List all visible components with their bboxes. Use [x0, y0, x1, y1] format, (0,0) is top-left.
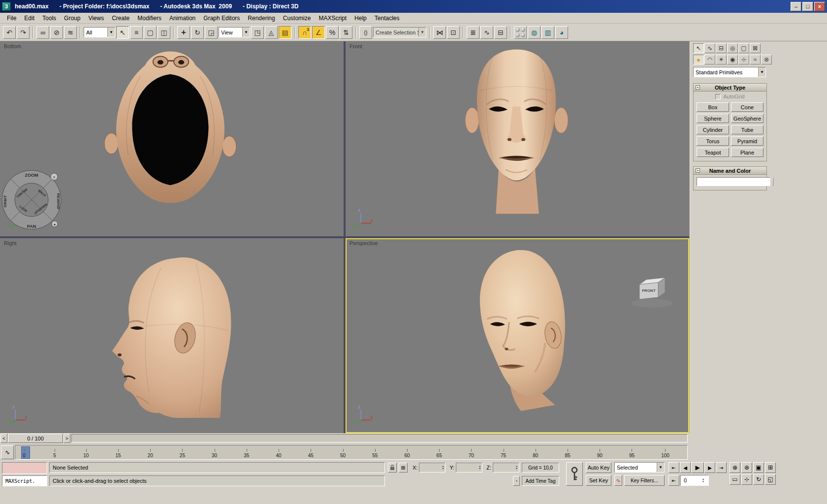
- pan-icon[interactable]: ⊹: [741, 474, 752, 485]
- head-model-front-view[interactable]: [456, 45, 577, 215]
- chevron-down-icon[interactable]: ▼: [418, 28, 426, 37]
- select-by-name-icon[interactable]: ≡: [130, 26, 143, 39]
- key-mode-toggle-button[interactable]: ⇤: [668, 475, 679, 486]
- angle-snap-toggle-icon[interactable]: ∠: [312, 26, 325, 39]
- absolute-offset-toggle[interactable]: ⊞: [399, 463, 408, 472]
- select-and-link-icon[interactable]: ∞: [36, 26, 49, 39]
- menu-tentacles[interactable]: Tentacles: [371, 14, 404, 23]
- window-crossing-icon[interactable]: ◫: [158, 26, 170, 39]
- wheel-menu-icon[interactable]: ▾: [54, 222, 56, 227]
- x-coordinate-field[interactable]: ▲▼: [419, 463, 445, 472]
- menu-graph-editors[interactable]: Graph Editors: [199, 14, 244, 23]
- y-coordinate-field[interactable]: ▲▼: [456, 463, 482, 472]
- edit-named-selection-sets-icon[interactable]: {}: [359, 26, 372, 39]
- tab-modify-icon[interactable]: ∿: [704, 43, 715, 53]
- rendered-frame-window-icon[interactable]: ▥: [541, 26, 554, 39]
- chevron-down-icon[interactable]: ▼: [107, 28, 115, 37]
- play-button[interactable]: ▶: [691, 462, 704, 473]
- menu-modifiers[interactable]: Modifiers: [133, 14, 165, 23]
- category-spacewarps-icon[interactable]: ≈: [750, 55, 761, 64]
- steering-wheel[interactable]: ZOOM ORBIT REWIND PAN CENTER WALK LOOK U…: [0, 168, 63, 231]
- go-to-end-button[interactable]: ⇥: [716, 462, 727, 473]
- menu-create[interactable]: Create: [108, 14, 133, 23]
- reference-coordinate-dropdown[interactable]: View ▼: [219, 27, 250, 37]
- previous-frame-arrow[interactable]: <: [0, 434, 7, 443]
- tab-utilities-icon[interactable]: ⊠: [750, 43, 761, 53]
- undo-icon[interactable]: ↶: [3, 26, 16, 39]
- add-time-tag[interactable]: Add Time Tag: [522, 476, 559, 486]
- zoom-extents-icon[interactable]: ▣: [753, 462, 764, 473]
- auto-key-button[interactable]: Auto Key: [586, 462, 611, 473]
- zoom-all-icon[interactable]: ⊛: [741, 462, 752, 473]
- keyboard-shortcut-override-icon[interactable]: ▤: [279, 26, 291, 39]
- head-model-perspective-view[interactable]: [459, 246, 584, 411]
- object-color-swatch[interactable]: [772, 177, 773, 186]
- set-key-button[interactable]: Set Key: [586, 475, 611, 486]
- arc-rotate-icon[interactable]: ↻: [753, 474, 764, 485]
- menu-file[interactable]: File: [3, 14, 20, 23]
- next-frame-button[interactable]: ▶: [704, 462, 715, 473]
- tab-motion-icon[interactable]: ◎: [727, 43, 738, 53]
- key-filters-button[interactable]: Key Filters...: [624, 475, 665, 486]
- select-and-manipulate-icon[interactable]: ◬: [265, 26, 278, 39]
- key-selection-dropdown[interactable]: Selected ▼: [614, 462, 665, 472]
- viewport-right[interactable]: Right: [0, 238, 344, 433]
- schematic-view-icon[interactable]: ⊟: [494, 26, 507, 39]
- category-systems-icon[interactable]: ⊛: [761, 55, 772, 64]
- maximize-button[interactable]: □: [802, 2, 813, 11]
- next-frame-arrow[interactable]: >: [64, 434, 70, 443]
- object-name-input[interactable]: [697, 177, 770, 186]
- unlink-selection-icon[interactable]: ⊘: [50, 26, 63, 39]
- zoom-icon[interactable]: ⊕: [730, 462, 740, 473]
- snaps-toggle-icon[interactable]: ∩ 3: [298, 26, 311, 39]
- category-geometry-icon[interactable]: ●: [693, 55, 704, 64]
- align-icon[interactable]: ⊡: [447, 26, 460, 39]
- previous-frame-button[interactable]: ◀: [680, 462, 691, 473]
- menu-help[interactable]: Help: [350, 14, 371, 23]
- head-model-bottom-view[interactable]: [94, 46, 247, 218]
- menu-customize[interactable]: Customize: [279, 14, 315, 23]
- wheel-zoom-label[interactable]: ZOOM: [25, 173, 38, 178]
- zoom-extents-all-icon[interactable]: ⊞: [765, 462, 776, 473]
- tab-display-icon[interactable]: ▢: [738, 43, 749, 53]
- teapot-button[interactable]: Teapot: [697, 148, 729, 157]
- category-shapes-icon[interactable]: ◠: [704, 55, 715, 64]
- select-and-move-icon[interactable]: +: [177, 26, 190, 39]
- wheel-close-icon[interactable]: ×: [53, 175, 55, 180]
- time-slider-track[interactable]: [71, 434, 688, 442]
- pyramid-button[interactable]: Pyramid: [731, 136, 763, 146]
- layer-manager-icon[interactable]: ≣: [467, 26, 479, 39]
- spinner-snap-toggle-icon[interactable]: ⇅: [340, 26, 352, 39]
- percent-snap-toggle-icon[interactable]: %: [326, 26, 339, 39]
- category-lights-icon[interactable]: ☀: [716, 55, 727, 64]
- mini-curve-editor-button[interactable]: ∿: [1, 445, 14, 459]
- curve-editor-icon[interactable]: ∿: [480, 26, 493, 39]
- geosphere-button[interactable]: GeoSphere: [731, 114, 763, 123]
- rectangular-selection-region-icon[interactable]: ▢: [144, 26, 157, 39]
- default-in-out-tangent-icon[interactable]: ∿: [614, 475, 622, 486]
- set-keys-button[interactable]: [566, 462, 583, 486]
- menu-views[interactable]: Views: [84, 14, 108, 23]
- mirror-icon[interactable]: ⋈: [433, 26, 446, 39]
- cone-button[interactable]: Cone: [731, 102, 763, 112]
- tab-hierarchy-icon[interactable]: ⊟: [716, 43, 727, 53]
- wheel-rewind-label[interactable]: REWIND: [56, 193, 61, 210]
- sphere-button[interactable]: Sphere: [697, 114, 729, 123]
- minimize-button[interactable]: –: [791, 2, 801, 11]
- box-button[interactable]: Box: [697, 102, 729, 112]
- time-slider-handle[interactable]: 0 / 100: [8, 434, 63, 443]
- menu-maxscript[interactable]: MAXScript: [315, 14, 350, 23]
- selection-filter-dropdown[interactable]: All ▼: [84, 27, 115, 37]
- collapse-icon[interactable]: -: [696, 85, 700, 90]
- collapse-icon[interactable]: -: [696, 168, 700, 173]
- select-object-icon[interactable]: ↖: [116, 26, 129, 39]
- plane-button[interactable]: Plane: [731, 148, 763, 157]
- render-setup-icon[interactable]: ◍: [528, 26, 541, 39]
- close-button[interactable]: ×: [814, 2, 825, 11]
- maxscript-mini-listener[interactable]: MAXScript.: [2, 475, 47, 486]
- wheel-orbit-label[interactable]: ORBIT: [3, 195, 7, 207]
- autogrid-checkbox[interactable]: [715, 94, 721, 99]
- chevron-down-icon[interactable]: ▼: [758, 67, 765, 77]
- viewport-perspective[interactable]: Perspective: [346, 238, 689, 433]
- viewcube[interactable]: FRONT: [630, 273, 677, 310]
